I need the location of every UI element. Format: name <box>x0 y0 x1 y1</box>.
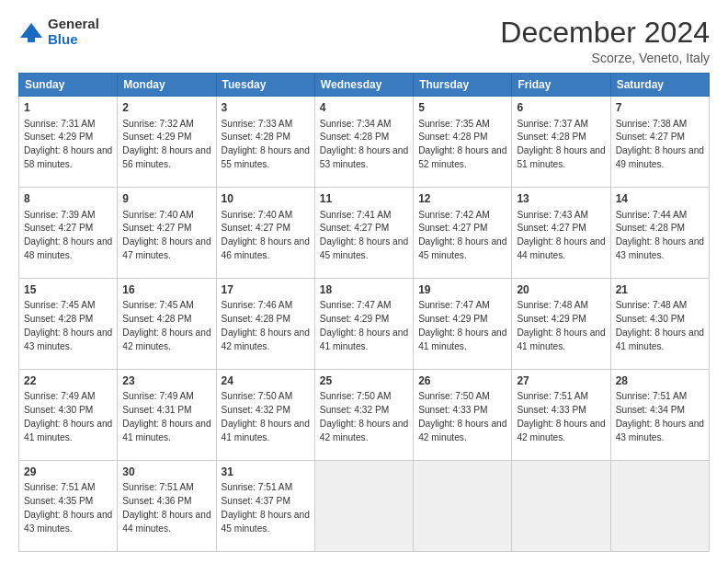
day-info: Sunrise: 7:43 AMSunset: 4:27 PMDaylight:… <box>517 210 605 260</box>
calendar-cell: 24Sunrise: 7:50 AMSunset: 4:32 PMDayligh… <box>216 370 314 461</box>
col-thursday: Thursday <box>414 74 512 97</box>
day-number: 16 <box>122 282 210 298</box>
calendar-cell: 17Sunrise: 7:46 AMSunset: 4:28 PMDayligh… <box>216 279 314 370</box>
week-row-4: 22Sunrise: 7:49 AMSunset: 4:30 PMDayligh… <box>19 370 710 461</box>
day-number: 31 <box>222 465 310 480</box>
day-number: 30 <box>122 465 210 480</box>
day-number: 3 <box>222 100 310 116</box>
day-info: Sunrise: 7:51 AMSunset: 4:36 PMDaylight:… <box>122 482 210 533</box>
calendar-cell: 16Sunrise: 7:45 AMSunset: 4:28 PMDayligh… <box>118 279 216 370</box>
day-number: 1 <box>24 100 112 116</box>
day-number: 12 <box>418 191 506 207</box>
week-row-3: 15Sunrise: 7:45 AMSunset: 4:28 PMDayligh… <box>19 279 710 370</box>
calendar-cell: 28Sunrise: 7:51 AMSunset: 4:34 PMDayligh… <box>610 370 709 461</box>
calendar-cell: 19Sunrise: 7:47 AMSunset: 4:29 PMDayligh… <box>414 279 512 370</box>
logo-blue: Blue <box>48 32 99 48</box>
calendar-cell: 26Sunrise: 7:50 AMSunset: 4:33 PMDayligh… <box>414 370 512 461</box>
svg-marker-1 <box>20 23 42 38</box>
calendar-cell <box>512 461 610 552</box>
calendar-cell <box>314 461 413 552</box>
day-number: 27 <box>517 373 605 389</box>
calendar-cell <box>414 461 512 552</box>
day-info: Sunrise: 7:46 AMSunset: 4:28 PMDaylight:… <box>222 300 310 350</box>
day-info: Sunrise: 7:34 AMSunset: 4:28 PMDaylight:… <box>320 119 408 169</box>
title-area: December 2024 Scorze, Veneto, Italy <box>500 17 710 65</box>
day-info: Sunrise: 7:48 AMSunset: 4:30 PMDaylight:… <box>616 300 704 350</box>
top-area: General Blue December 2024 Scorze, Venet… <box>18 17 710 65</box>
calendar-cell: 25Sunrise: 7:50 AMSunset: 4:32 PMDayligh… <box>314 370 413 461</box>
logo-icon <box>18 19 44 45</box>
day-info: Sunrise: 7:48 AMSunset: 4:29 PMDaylight:… <box>517 300 605 350</box>
calendar-body: 1Sunrise: 7:31 AMSunset: 4:29 PMDaylight… <box>19 97 710 552</box>
day-number: 4 <box>320 100 408 116</box>
calendar-cell: 10Sunrise: 7:40 AMSunset: 4:27 PMDayligh… <box>216 188 314 279</box>
calendar-cell: 1Sunrise: 7:31 AMSunset: 4:29 PMDaylight… <box>19 97 118 188</box>
col-monday: Monday <box>118 74 216 97</box>
week-row-1: 1Sunrise: 7:31 AMSunset: 4:29 PMDaylight… <box>19 97 710 188</box>
day-number: 9 <box>122 191 210 207</box>
calendar-cell: 31Sunrise: 7:51 AMSunset: 4:37 PMDayligh… <box>216 461 314 552</box>
page: General Blue December 2024 Scorze, Venet… <box>0 0 728 563</box>
week-row-5: 29Sunrise: 7:51 AMSunset: 4:35 PMDayligh… <box>19 461 710 552</box>
col-saturday: Saturday <box>610 74 709 97</box>
col-friday: Friday <box>512 74 610 97</box>
calendar-cell: 12Sunrise: 7:42 AMSunset: 4:27 PMDayligh… <box>414 188 512 279</box>
day-info: Sunrise: 7:45 AMSunset: 4:28 PMDaylight:… <box>122 300 210 350</box>
day-info: Sunrise: 7:49 AMSunset: 4:31 PMDaylight:… <box>122 391 210 442</box>
day-number: 8 <box>24 191 112 207</box>
calendar-cell: 30Sunrise: 7:51 AMSunset: 4:36 PMDayligh… <box>118 461 216 552</box>
day-number: 24 <box>222 373 310 389</box>
calendar-cell: 2Sunrise: 7:32 AMSunset: 4:29 PMDaylight… <box>118 97 216 188</box>
calendar-cell: 4Sunrise: 7:34 AMSunset: 4:28 PMDaylight… <box>314 97 413 188</box>
day-number: 19 <box>418 282 506 298</box>
day-info: Sunrise: 7:51 AMSunset: 4:33 PMDaylight:… <box>517 391 605 442</box>
day-number: 11 <box>320 191 408 207</box>
day-info: Sunrise: 7:40 AMSunset: 4:27 PMDaylight:… <box>222 210 310 260</box>
day-info: Sunrise: 7:50 AMSunset: 4:32 PMDaylight:… <box>320 391 408 442</box>
header-row: Sunday Monday Tuesday Wednesday Thursday… <box>19 74 710 97</box>
day-info: Sunrise: 7:51 AMSunset: 4:37 PMDaylight:… <box>222 482 310 533</box>
day-number: 15 <box>24 282 112 298</box>
calendar-header: Sunday Monday Tuesday Wednesday Thursday… <box>19 74 710 97</box>
day-info: Sunrise: 7:31 AMSunset: 4:29 PMDaylight:… <box>24 119 112 169</box>
calendar-cell: 23Sunrise: 7:49 AMSunset: 4:31 PMDayligh… <box>118 370 216 461</box>
day-number: 22 <box>24 373 112 389</box>
logo: General Blue <box>18 17 99 47</box>
day-info: Sunrise: 7:42 AMSunset: 4:27 PMDaylight:… <box>418 210 506 260</box>
day-info: Sunrise: 7:35 AMSunset: 4:28 PMDaylight:… <box>418 119 506 169</box>
day-info: Sunrise: 7:50 AMSunset: 4:33 PMDaylight:… <box>418 391 506 442</box>
day-number: 17 <box>222 282 310 298</box>
day-number: 2 <box>122 100 210 116</box>
calendar-cell: 15Sunrise: 7:45 AMSunset: 4:28 PMDayligh… <box>19 279 118 370</box>
logo-general: General <box>48 17 99 32</box>
calendar-cell: 6Sunrise: 7:37 AMSunset: 4:28 PMDaylight… <box>512 97 610 188</box>
calendar-cell: 29Sunrise: 7:51 AMSunset: 4:35 PMDayligh… <box>19 461 118 552</box>
month-title: December 2024 <box>500 17 710 49</box>
day-info: Sunrise: 7:44 AMSunset: 4:28 PMDaylight:… <box>616 210 704 260</box>
calendar-cell: 18Sunrise: 7:47 AMSunset: 4:29 PMDayligh… <box>314 279 413 370</box>
calendar-cell: 27Sunrise: 7:51 AMSunset: 4:33 PMDayligh… <box>512 370 610 461</box>
calendar-cell: 14Sunrise: 7:44 AMSunset: 4:28 PMDayligh… <box>610 188 709 279</box>
day-info: Sunrise: 7:38 AMSunset: 4:27 PMDaylight:… <box>616 119 704 169</box>
calendar-cell: 21Sunrise: 7:48 AMSunset: 4:30 PMDayligh… <box>610 279 709 370</box>
day-info: Sunrise: 7:33 AMSunset: 4:28 PMDaylight:… <box>222 119 310 169</box>
day-number: 13 <box>517 191 605 207</box>
day-number: 5 <box>418 100 506 116</box>
day-number: 10 <box>222 191 310 207</box>
day-info: Sunrise: 7:39 AMSunset: 4:27 PMDaylight:… <box>24 210 112 260</box>
day-number: 20 <box>517 282 605 298</box>
calendar: Sunday Monday Tuesday Wednesday Thursday… <box>18 73 710 552</box>
day-info: Sunrise: 7:50 AMSunset: 4:32 PMDaylight:… <box>222 391 310 442</box>
day-info: Sunrise: 7:37 AMSunset: 4:28 PMDaylight:… <box>517 119 605 169</box>
day-info: Sunrise: 7:47 AMSunset: 4:29 PMDaylight:… <box>418 300 506 350</box>
day-number: 18 <box>320 282 408 298</box>
calendar-cell: 13Sunrise: 7:43 AMSunset: 4:27 PMDayligh… <box>512 188 610 279</box>
calendar-cell: 11Sunrise: 7:41 AMSunset: 4:27 PMDayligh… <box>314 188 413 279</box>
calendar-cell <box>610 461 709 552</box>
day-number: 21 <box>616 282 704 298</box>
svg-rect-2 <box>28 38 35 42</box>
calendar-cell: 8Sunrise: 7:39 AMSunset: 4:27 PMDaylight… <box>19 188 118 279</box>
day-info: Sunrise: 7:41 AMSunset: 4:27 PMDaylight:… <box>320 210 408 260</box>
day-info: Sunrise: 7:47 AMSunset: 4:29 PMDaylight:… <box>320 300 408 350</box>
location: Scorze, Veneto, Italy <box>500 51 710 65</box>
